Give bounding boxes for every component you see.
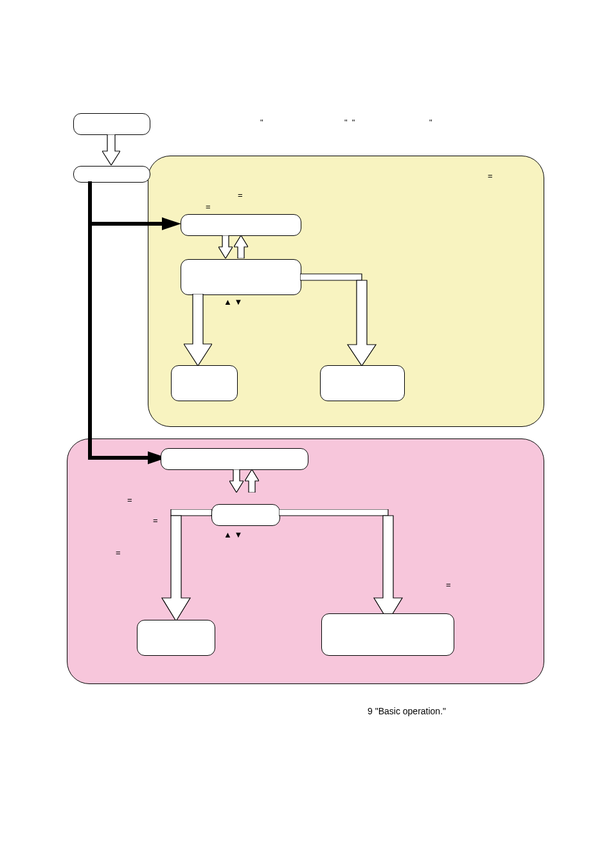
eq-b: = xyxy=(206,202,211,212)
arrow-up-p xyxy=(245,469,259,493)
pink-out-left xyxy=(137,620,215,656)
pink-node-1 xyxy=(161,448,308,470)
eq-c: = xyxy=(488,171,493,181)
arrow-down-p xyxy=(229,469,244,493)
top-quote-b: " " xyxy=(344,118,355,127)
yellow-arrow-right xyxy=(300,271,396,366)
yellow-out-left xyxy=(171,365,238,401)
top-quote-c: " xyxy=(429,118,432,127)
pink-arrow-right xyxy=(279,509,420,621)
eq-g: = xyxy=(446,580,451,590)
arrow-down-y xyxy=(218,235,233,258)
arrow-start-branch xyxy=(102,134,120,165)
footer-text: 9 "Basic operation." xyxy=(368,706,446,716)
pink-triangles: ▲ ▼ xyxy=(224,530,242,539)
arrow-up-y xyxy=(234,235,248,258)
yellow-node-2 xyxy=(181,259,301,295)
eq-d: = xyxy=(127,495,132,505)
page-root: ▲ ▼ ▲ ▼ " " " " = xyxy=(0,0,613,868)
pink-arrow-left xyxy=(159,509,224,621)
yellow-joint-cover xyxy=(301,275,356,280)
yellow-out-right xyxy=(320,365,405,401)
pink-out-right xyxy=(321,613,454,656)
start-node xyxy=(73,113,150,135)
yellow-node-1 xyxy=(181,214,301,236)
pink-joint-cover-right xyxy=(280,510,382,515)
pink-joint-cover-left xyxy=(172,510,211,515)
top-quote-a: " xyxy=(260,118,263,127)
yellow-arrow-left xyxy=(184,294,212,366)
eq-a: = xyxy=(238,190,243,200)
yellow-triangles: ▲ ▼ xyxy=(224,297,242,307)
eq-e: = xyxy=(153,516,158,525)
elbow-to-pink xyxy=(84,174,186,466)
eq-f: = xyxy=(116,548,121,557)
